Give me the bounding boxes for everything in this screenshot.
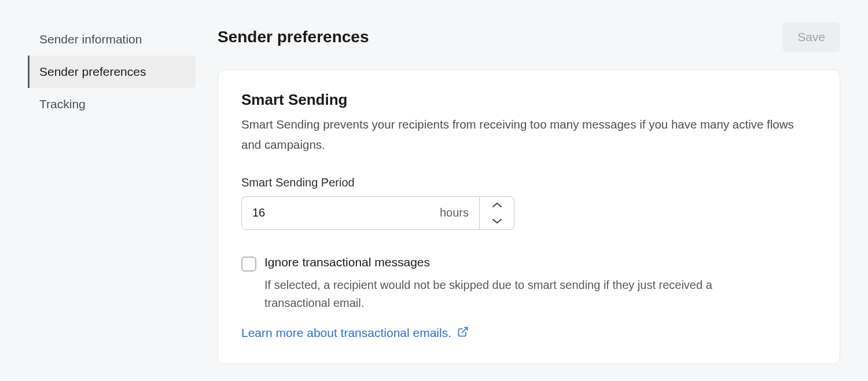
page-title: Sender preferences — [218, 28, 369, 46]
period-stepper-controls — [480, 196, 514, 230]
learn-more-link[interactable]: Learn more about transactional emails. — [241, 326, 469, 340]
save-button[interactable]: Save — [782, 22, 840, 52]
main-content: Sender preferences Save Smart Sending Sm… — [218, 17, 840, 364]
chevron-up-icon — [492, 200, 502, 210]
sidebar-item-label: Sender information — [39, 32, 142, 46]
smart-sending-card: Smart Sending Smart Sending prevents you… — [218, 69, 840, 364]
sidebar-item-label: Tracking — [39, 97, 86, 111]
sidebar-item-label: Sender preferences — [39, 65, 146, 78]
period-unit: hours — [440, 206, 469, 219]
learn-more-link-text: Learn more about transactional emails. — [241, 326, 451, 340]
card-title: Smart Sending — [241, 91, 816, 109]
ignore-transactional-label: Ignore transactional messages — [264, 255, 430, 269]
ignore-transactional-row: Ignore transactional messages — [241, 255, 816, 272]
ignore-transactional-checkbox[interactable] — [241, 257, 256, 272]
ignore-transactional-help: If selected, a recipient would not be sk… — [264, 276, 774, 312]
period-value: 16 — [252, 206, 265, 219]
period-input[interactable]: 16 hours — [241, 196, 480, 230]
stepper-up-button[interactable] — [480, 197, 514, 213]
svg-line-0 — [462, 327, 467, 332]
sidebar: Sender information Sender preferences Tr… — [28, 17, 196, 364]
sidebar-item-sender-preferences[interactable]: Sender preferences — [28, 56, 196, 88]
chevron-down-icon — [492, 216, 502, 226]
stepper-down-button[interactable] — [480, 213, 514, 229]
external-link-icon — [457, 326, 469, 340]
sidebar-item-sender-information[interactable]: Sender information — [28, 23, 196, 56]
sidebar-item-tracking[interactable]: Tracking — [28, 88, 196, 120]
period-label: Smart Sending Period — [241, 176, 816, 189]
card-description: Smart Sending prevents your recipients f… — [241, 115, 816, 155]
period-stepper: 16 hours — [241, 196, 514, 230]
header-row: Sender preferences Save — [218, 17, 840, 52]
